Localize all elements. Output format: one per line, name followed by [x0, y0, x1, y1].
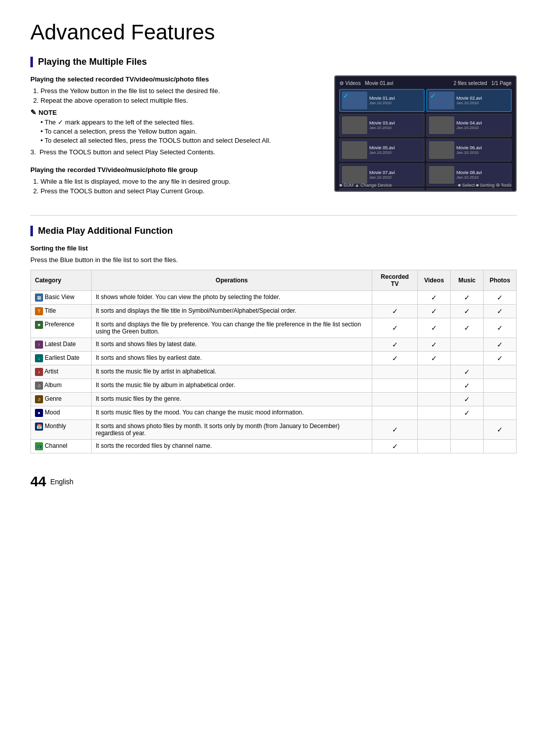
music-check: ✓ — [451, 318, 484, 338]
operations-cell: It sorts the music file by album in alph… — [92, 379, 372, 393]
sorting-description: Press the Blue button in the file list t… — [30, 256, 517, 264]
category-icon: ↓ — [35, 354, 43, 362]
photos-check — [484, 379, 517, 393]
page-language: English — [50, 478, 73, 486]
videos-check — [418, 365, 451, 379]
category-cell: ↑ Latest Date — [31, 338, 92, 352]
music-check — [451, 440, 484, 453]
videos-check — [418, 406, 451, 420]
category-cell: ▦ Basic View — [31, 291, 92, 305]
operations-cell: It sorts and shows photo files by month.… — [92, 420, 372, 440]
section1-title: Playing the Multiple Files — [30, 57, 517, 67]
videos-check — [418, 420, 451, 440]
recorded_tv-check — [372, 365, 418, 379]
category-icon: ♬ — [35, 395, 43, 403]
page-footer: 44 English — [30, 474, 517, 490]
tv-item-5: Movie 05.avi Jan.10.2010 — [339, 139, 424, 161]
photos-check: ✓ — [484, 338, 517, 352]
category-cell: ● Mood — [31, 406, 92, 420]
photos-check: ✓ — [484, 305, 517, 318]
header-recorded-tv: Recorded TV — [372, 270, 418, 291]
photos-check — [484, 365, 517, 379]
videos-check: ✓ — [418, 291, 451, 305]
tv-item-6: Movie 06.avi Jan.10.2010 — [426, 139, 512, 161]
photos-check: ✓ — [484, 291, 517, 305]
step-1: Press the Yellow button in the file list… — [41, 87, 319, 95]
operations-cell: It sorts and displays the file title in … — [92, 305, 372, 318]
photos-check — [484, 393, 517, 406]
music-check: ✓ — [451, 305, 484, 318]
page-title: Advanced Features — [30, 20, 517, 45]
table-row: T TitleIt sorts and displays the file ti… — [31, 305, 517, 318]
music-check: ✓ — [451, 379, 484, 393]
header-category: Category — [31, 270, 92, 291]
photos-check: ✓ — [484, 420, 517, 440]
tv-item-1: ✓ Movie 01.avi Jan.10.2010 — [339, 89, 424, 112]
recorded_tv-check: ✓ — [372, 440, 418, 453]
tv-item-10: Movie 10.avi Jan.10.2010 — [426, 188, 512, 192]
category-cell: ♫ Album — [31, 379, 92, 393]
recorded_tv-check: ✓ — [372, 338, 418, 352]
music-check: ✓ — [451, 393, 484, 406]
table-row: ★ PreferenceIt sorts and displays the fi… — [31, 318, 517, 338]
category-icon: ♫ — [35, 382, 43, 390]
table-row: 📅 MonthlyIt sorts and shows photo files … — [31, 420, 517, 440]
tv-item-3: Movie 03.avi Jan.10.2010 — [339, 114, 424, 137]
section-divider — [30, 215, 517, 216]
table-row: ♫ AlbumIt sorts the music file by album … — [31, 379, 517, 393]
category-cell: 📅 Monthly — [31, 420, 92, 440]
music-check — [451, 352, 484, 365]
music-check: ✓ — [451, 406, 484, 420]
table-row: ♪ ArtistIt sorts the music file by artis… — [31, 365, 517, 379]
category-icon: ★ — [35, 321, 43, 329]
note-label: NOTE — [30, 108, 319, 116]
music-check — [451, 338, 484, 352]
category-icon: T — [35, 307, 43, 315]
operations-cell: It sorts and shows files by earliest dat… — [92, 352, 372, 365]
category-icon: ● — [35, 409, 43, 417]
music-check: ✓ — [451, 291, 484, 305]
category-cell: ♪ Artist — [31, 365, 92, 379]
sorting-title: Sorting the file list — [30, 244, 517, 252]
recorded_tv-check — [372, 379, 418, 393]
operations-cell: It sorts and displays the file by prefer… — [92, 318, 372, 338]
header-photos: Photos — [484, 270, 517, 291]
operations-cell: It sorts music files by the mood. You ca… — [92, 406, 372, 420]
operations-cell: It sorts the recorded files by channel n… — [92, 440, 372, 453]
category-cell: T Title — [31, 305, 92, 318]
section2-title: Media Play Additional Function — [30, 226, 517, 236]
subsection2-steps: While a file list is displayed, move to … — [30, 178, 319, 195]
photos-check — [484, 406, 517, 420]
category-cell: ★ Preference — [31, 318, 92, 338]
videos-check — [418, 379, 451, 393]
subsection1-steps: Press the Yellow button in the file list… — [30, 87, 319, 104]
tv-item-4: Movie 04.avi Jan.10.2010 — [426, 114, 512, 137]
videos-check: ✓ — [418, 338, 451, 352]
recorded_tv-check: ✓ — [372, 420, 418, 440]
recorded_tv-check: ✓ — [372, 352, 418, 365]
recorded_tv-check — [372, 393, 418, 406]
page-number: 44 — [30, 474, 46, 490]
subsection1-title: Playing the selected recorded TV/video/m… — [30, 75, 319, 83]
tv-preview: ⚙ Videos Movie 01.avi 2 files selected 1… — [334, 75, 517, 192]
note-item-1: The ✓ mark appears to the left of the se… — [41, 118, 319, 126]
category-icon: ▦ — [35, 293, 43, 302]
header-music: Music — [451, 270, 484, 291]
operations-cell: It sorts music files by the genre. — [92, 393, 372, 406]
substep-2: Press the TOOLS button and select Play C… — [41, 187, 319, 195]
videos-check — [418, 440, 451, 453]
note-list: The ✓ mark appears to the left of the se… — [30, 118, 319, 144]
recorded_tv-check: ✓ — [372, 305, 418, 318]
table-row: ↑ Latest DateIt sorts and shows files by… — [31, 338, 517, 352]
operations-cell: It sorts and shows files by latest date. — [92, 338, 372, 352]
category-icon: ↑ — [35, 341, 43, 349]
table-row: ↓ Earliest DateIt sorts and shows files … — [31, 352, 517, 365]
recorded_tv-check — [372, 406, 418, 420]
category-icon: 📅 — [35, 423, 43, 431]
header-operations: Operations — [92, 270, 372, 291]
table-row: 📺 ChannelIt sorts the recorded files by … — [31, 440, 517, 453]
table-row: ♬ GenreIt sorts music files by the genre… — [31, 393, 517, 406]
recorded_tv-check: ✓ — [372, 318, 418, 338]
step-2: Repeat the above operation to select mul… — [41, 97, 319, 104]
category-cell: ♬ Genre — [31, 393, 92, 406]
